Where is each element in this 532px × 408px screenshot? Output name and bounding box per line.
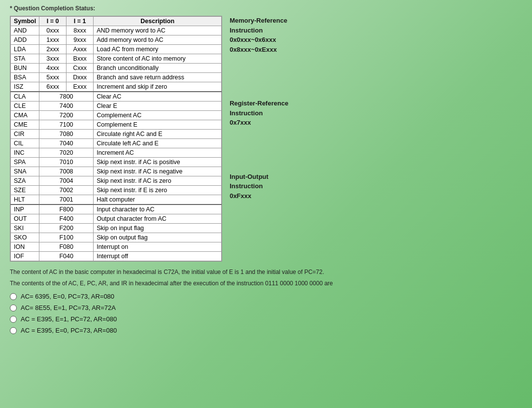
cell-desc: Interrupt on [94,242,222,252]
cell-symbol: CIR [11,130,39,139]
cell-symbol: CLA [11,92,39,102]
table-row: OUT F400 Output character from AC [11,214,222,224]
radio-circle[interactable] [10,293,17,300]
cell-code: 7002 [39,186,94,195]
cell-symbol: ISZ [11,82,39,92]
io-ref-title: Input-Output [230,172,288,182]
cell-code: F080 [39,242,94,252]
cell-symbol: ION [11,242,39,252]
cell-symbol: CLE [11,102,39,111]
table-row: SKI F200 Skip on input flag [11,224,222,233]
cell-desc: Circulate right AC and E [94,130,222,139]
answer-options: AC= 6395, E=0, PC=73, AR=080 AC= 8E55, E… [10,293,522,334]
cell-code: F400 [39,214,94,224]
table-row: SNA 7008 Skip next instr. if AC is negat… [11,167,222,176]
cell-symbol: CMA [11,111,39,120]
bottom-line2: The contents of the of AC, E, PC, AR, an… [10,279,522,288]
question-status: * Question Completion Status: [10,5,522,12]
table-row: CME 7100 Complement E [11,120,222,130]
answer-option[interactable]: AC = E395, E=0, PC=73, AR=080 [10,327,522,334]
cell-i0: 1xxx [39,35,66,45]
cell-symbol: SKO [11,233,39,242]
table-row: SPA 7010 Skip next instr. if AC is posit… [11,158,222,167]
option-text: AC = E395, E=1, PC=72, AR=080 [21,315,117,323]
cell-symbol: IOF [11,252,39,261]
cell-code: 7200 [39,111,94,120]
table-row: INP F800 Input character to AC [11,204,222,214]
register-ref-info: Register-Reference Instruction 0x7xxx [230,99,288,128]
cell-i1: 9xxx [66,35,94,45]
cell-desc: Skip next instr. if E is zero [94,186,222,195]
cell-code: 7040 [39,139,94,148]
cell-desc: Branch unconditionally [94,64,222,73]
table-row: INC 7020 Increment AC [11,148,222,158]
cell-symbol: BUN [11,64,39,73]
table-row: ADD 1xxx 9xxx Add memory word to AC [11,35,222,45]
cell-i0: 3xxx [39,54,66,64]
cell-desc: Output character from AC [94,214,222,224]
cell-desc: Complement E [94,120,222,130]
cell-i0: 2xxx [39,45,66,54]
answer-option[interactable]: AC= 8E55, E=1, PC=73, AR=72A [10,304,522,311]
cell-code: 7004 [39,176,94,186]
answer-option[interactable]: AC = E395, E=1, PC=72, AR=080 [10,315,522,323]
option-text: AC= 6395, E=0, PC=73, AR=080 [21,293,114,300]
table-row: ION F080 Interrupt on [11,242,222,252]
answer-option[interactable]: AC= 6395, E=0, PC=73, AR=080 [10,293,522,300]
col-header-desc: Description [94,17,222,26]
cell-desc: AND memory word to AC [94,26,222,35]
memory-ref-line2: Instruction [230,26,288,35]
cell-i1: 8xxx [66,26,94,35]
radio-circle[interactable] [10,327,17,334]
col-header-i1: I = 1 [66,17,94,26]
radio-circle[interactable] [10,305,17,311]
cell-code: F800 [39,204,94,214]
cell-desc: Increment and skip if zero [94,82,222,92]
table-row: CIL 7040 Circulate left AC and E [11,139,222,148]
instruction-table: Symbol I = 0 I = 1 Description AND 0xxx … [10,16,222,262]
cell-symbol: CME [11,120,39,130]
cell-desc: Clear E [94,102,222,111]
register-ref-title: Register-Reference [230,99,288,108]
option-text: AC = E395, E=0, PC=73, AR=080 [21,327,117,334]
table-row: HLT 7001 Halt computer [11,195,222,205]
table-row: LDA 2xxx Axxx Load AC from memory [11,45,222,54]
cell-symbol: LDA [11,45,39,54]
cell-desc: Halt computer [94,195,222,205]
cell-code: 7008 [39,167,94,176]
table-row: CLE 7400 Clear E [11,102,222,111]
memory-ref-title: Memory-Reference [230,16,288,26]
cell-desc: Clear AC [94,92,222,102]
register-ref-line2: Instruction [230,108,288,118]
table-row: BSA 5xxx Dxxx Branch and save return add… [11,73,222,82]
cell-desc: Complement AC [94,111,222,120]
cell-symbol: BSA [11,73,39,82]
table-row: BUN 4xxx Cxxx Branch unconditionally [11,64,222,73]
cell-code: 7020 [39,148,94,158]
cell-i0: 0xxx [39,26,66,35]
col-header-symbol: Symbol [11,17,39,26]
cell-code: F040 [39,252,94,261]
cell-desc: Skip on output flag [94,233,222,242]
cell-code: 7001 [39,195,94,205]
cell-symbol: STA [11,54,39,64]
cell-desc: Load AC from memory [94,45,222,54]
cell-i1: Bxxx [66,54,94,64]
cell-i1: Cxxx [66,64,94,73]
io-ref-line3: 0xFxxx [230,191,288,201]
register-ref-line3: 0x7xxx [230,118,288,128]
cell-symbol: AND [11,26,39,35]
cell-symbol: SZE [11,186,39,195]
cell-i0: 6xxx [39,82,66,92]
memory-ref-line4: 0x8xxx~0xExxx [230,45,288,55]
table-row: CLA 7800 Clear AC [11,92,222,102]
cell-desc: Skip next instr. if AC is negative [94,167,222,176]
cell-code: 7080 [39,130,94,139]
radio-circle[interactable] [10,316,17,323]
cell-symbol: HLT [11,195,39,205]
cell-symbol: INC [11,148,39,158]
cell-i1: Axxx [66,45,94,54]
side-info-panel: Memory-Reference Instruction 0x0xxx~0x6x… [230,16,288,201]
cell-code: 7800 [39,92,94,102]
cell-symbol: SNA [11,167,39,176]
